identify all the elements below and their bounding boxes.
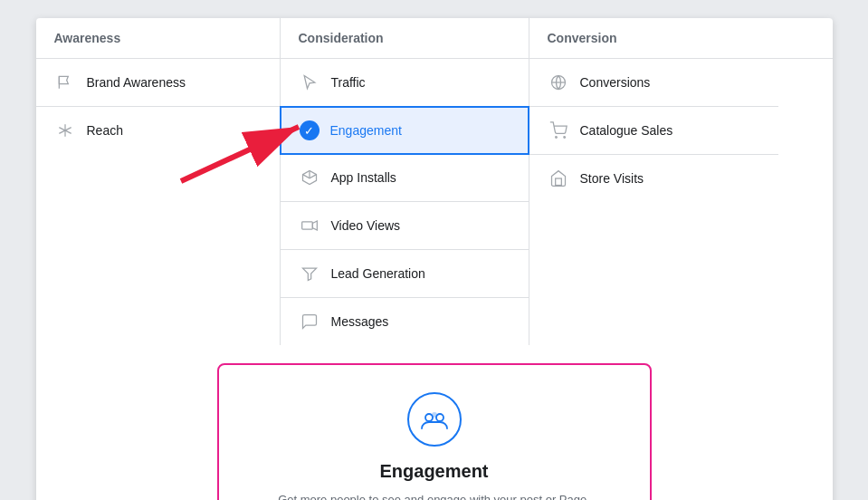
- app-installs-item[interactable]: App Installs: [281, 154, 529, 202]
- flag-icon: [54, 72, 76, 93]
- svg-rect-15: [555, 178, 561, 186]
- chat-icon: [299, 311, 320, 332]
- campaign-objective-selector: Awareness Consideration Conversion Brand…: [36, 18, 833, 500]
- catalogue-sales-item[interactable]: Catalogue Sales: [529, 107, 778, 155]
- engagement-item[interactable]: ✓ Engagement: [280, 106, 529, 155]
- svg-point-13: [555, 137, 557, 139]
- video-views-label: Video Views: [331, 218, 401, 233]
- brand-awareness-item[interactable]: Brand Awareness: [36, 59, 280, 107]
- engagement-label: Engagement: [330, 123, 402, 138]
- svg-marker-9: [312, 221, 317, 230]
- brand-awareness-label: Brand Awareness: [87, 75, 186, 90]
- conversions-label: Conversions: [580, 75, 651, 90]
- catalogue-sales-label: Catalogue Sales: [580, 123, 673, 138]
- svg-rect-8: [301, 222, 312, 229]
- video-views-item[interactable]: Video Views: [281, 202, 529, 250]
- svg-point-17: [436, 414, 444, 421]
- conversions-item[interactable]: Conversions: [529, 59, 778, 107]
- messages-item[interactable]: Messages: [281, 298, 529, 345]
- consideration-header: Consideration: [281, 18, 529, 58]
- lead-generation-label: Lead Generation: [331, 266, 425, 281]
- store-visits-label: Store Visits: [580, 171, 644, 186]
- globe-icon: [548, 72, 569, 93]
- video-icon: [299, 215, 320, 236]
- filter-icon: [299, 263, 320, 284]
- svg-point-16: [425, 414, 433, 421]
- box-icon: [299, 167, 320, 188]
- store-icon: [548, 168, 569, 189]
- store-visits-item[interactable]: Store Visits: [529, 155, 778, 202]
- column-headers: Awareness Consideration Conversion: [36, 18, 833, 59]
- engagement-detail-card: Engagement Get more people to see and en…: [217, 363, 652, 500]
- consideration-column: Traffic ✓ Engagement App Installs: [281, 59, 529, 345]
- svg-marker-10: [302, 268, 316, 280]
- svg-marker-6: [304, 76, 315, 89]
- engagement-card-icon: [407, 392, 462, 447]
- conversion-header: Conversion: [529, 18, 778, 58]
- traffic-item[interactable]: Traffic: [281, 59, 529, 107]
- asterisk-icon: [54, 120, 76, 141]
- card-description: Get more people to see and engage with y…: [255, 491, 614, 500]
- cursor-icon: [299, 72, 320, 93]
- card-title: Engagement: [255, 461, 614, 482]
- traffic-label: Traffic: [331, 75, 366, 90]
- cart-icon: [548, 120, 569, 141]
- svg-point-14: [563, 137, 565, 139]
- reach-label: Reach: [87, 123, 123, 138]
- reach-item[interactable]: Reach: [36, 107, 280, 154]
- awareness-column: Brand Awareness Reach: [36, 59, 281, 345]
- messages-label: Messages: [331, 314, 389, 329]
- awareness-header: Awareness: [36, 18, 281, 58]
- content-grid: Brand Awareness Reach: [36, 59, 833, 345]
- svg-point-18: [432, 412, 437, 418]
- conversion-column: Conversions Catalogue Sales: [529, 59, 778, 345]
- app-installs-label: App Installs: [331, 170, 396, 185]
- check-icon: ✓: [300, 120, 320, 140]
- lead-generation-item[interactable]: Lead Generation: [281, 250, 529, 298]
